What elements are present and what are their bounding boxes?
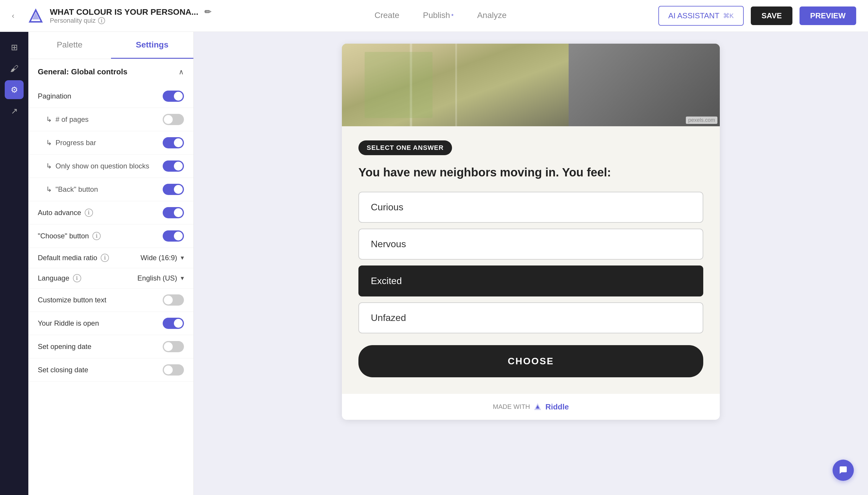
settings-row-closing-date: Set closing date	[28, 358, 193, 382]
choose-button-label: "Choose" button ℹ	[38, 232, 101, 240]
ai-assistant-button[interactable]: AI ASSISTANT ⌘K	[658, 6, 744, 25]
question-blocks-label: ↳ Only show on question blocks	[38, 162, 149, 170]
tab-create[interactable]: Create	[374, 11, 399, 21]
settings-row-opening-date: Set opening date	[28, 335, 193, 358]
preview-area: pexels.com SELECT ONE ANSWER You have ne…	[194, 32, 868, 495]
dropdown-chevron-icon: ▾	[181, 254, 184, 262]
image-right	[569, 44, 720, 126]
answer-option-curious[interactable]: Curious	[358, 192, 703, 223]
settings-row-language: Language ℹ English (US) ▾	[28, 268, 193, 289]
auto-advance-info-icon[interactable]: ℹ	[85, 208, 93, 217]
back-arrow[interactable]: ‹	[12, 11, 15, 20]
customize-button-label: Customize button text	[38, 296, 106, 304]
language-info-icon[interactable]: ℹ	[73, 274, 81, 282]
auto-advance-toggle[interactable]	[163, 207, 184, 218]
brush-icon: 🖌	[10, 64, 18, 73]
edit-title-icon[interactable]: ✏	[204, 7, 211, 17]
pages-toggle[interactable]	[163, 114, 184, 125]
opening-date-label: Set opening date	[38, 342, 92, 351]
chevron-up-icon: ∧	[179, 68, 184, 76]
nav-actions: AI ASSISTANT ⌘K SAVE PREVIEW	[658, 6, 856, 25]
closing-date-toggle[interactable]	[163, 364, 184, 376]
choose-button[interactable]: CHOOSE	[358, 345, 703, 377]
language-dropdown-chevron-icon: ▾	[181, 274, 184, 282]
image-left	[342, 44, 569, 126]
sidebar-item-settings[interactable]: ⚙	[5, 80, 23, 99]
language-label: Language ℹ	[38, 274, 81, 282]
subtitle-info-icon[interactable]: ℹ	[98, 17, 105, 24]
back-button-toggle[interactable]	[163, 184, 184, 195]
answer-option-nervous[interactable]: Nervous	[358, 228, 703, 260]
media-ratio-info-icon[interactable]: ℹ	[101, 254, 109, 262]
top-nav: ‹ WHAT COLOUR IS YOUR PERSONA... ✏ Perso…	[0, 0, 868, 32]
riddle-open-label: Your Riddle is open	[38, 319, 99, 327]
chat-icon	[838, 465, 849, 476]
progress-label: ↳ Progress bar	[38, 139, 96, 147]
section-header-general[interactable]: General: Global controls ∧	[28, 59, 193, 85]
share-icon: ↗	[11, 106, 18, 116]
quiz-image: pexels.com	[342, 44, 720, 126]
pexels-badge: pexels.com	[686, 117, 717, 124]
pagination-toggle[interactable]	[163, 90, 184, 102]
settings-row-pagination: Pagination	[28, 85, 193, 108]
sidebar-item-brush[interactable]: 🖌	[5, 59, 23, 78]
closing-date-label: Set closing date	[38, 366, 88, 374]
settings-row-riddle-open: Your Riddle is open	[28, 312, 193, 335]
made-with-text: MADE WITH	[493, 403, 530, 411]
nav-title-group: WHAT COLOUR IS YOUR PERSONA... ✏ Persona…	[50, 7, 211, 24]
settings-row-question-blocks: ↳ Only show on question blocks	[28, 155, 193, 178]
chat-bubble-button[interactable]	[833, 460, 854, 481]
ai-label: AI ASSISTANT	[668, 11, 720, 20]
quiz-card: pexels.com SELECT ONE ANSWER You have ne…	[342, 44, 720, 420]
settings-row-choose-button: "Choose" button ℹ	[28, 224, 193, 248]
panel-tabs: Palette Settings	[28, 32, 193, 59]
settings-row-media-ratio: Default media ratio ℹ Wide (16:9) ▾	[28, 248, 193, 268]
section-title: General: Global controls	[38, 67, 127, 76]
publish-badge: *	[451, 13, 454, 19]
tab-publish[interactable]: Publish*	[423, 11, 454, 21]
settings-panel: Palette Settings General: Global control…	[28, 32, 194, 495]
choose-button-toggle[interactable]	[163, 231, 184, 242]
app-logo	[26, 6, 45, 25]
media-ratio-value: Wide (16:9)	[141, 254, 177, 262]
preview-button[interactable]: PREVIEW	[800, 6, 856, 25]
riddle-logo-icon	[533, 402, 542, 411]
settings-row-auto-advance: Auto advance ℹ	[28, 201, 193, 224]
media-ratio-label: Default media ratio ℹ	[38, 254, 109, 262]
media-ratio-dropdown[interactable]: Wide (16:9) ▾	[141, 254, 184, 262]
quiz-body: SELECT ONE ANSWER You have new neighbors…	[342, 126, 720, 394]
project-title: WHAT COLOUR IS YOUR PERSONA...	[50, 7, 198, 17]
choose-button-info-icon[interactable]: ℹ	[93, 232, 101, 240]
quiz-question: You have new neighbors moving in. You fe…	[358, 165, 703, 180]
save-button[interactable]: SAVE	[751, 6, 792, 25]
settings-row-back-button: ↳ "Back" button	[28, 178, 193, 201]
gear-icon: ⚙	[11, 85, 18, 95]
nav-logo-area: ‹ WHAT COLOUR IS YOUR PERSONA... ✏ Perso…	[12, 6, 211, 25]
answer-option-unfazed[interactable]: Unfazed	[358, 302, 703, 334]
ai-shortcut: ⌘K	[723, 12, 734, 20]
riddle-open-toggle[interactable]	[163, 318, 184, 329]
chevron-left-icon: ‹	[12, 11, 15, 20]
language-dropdown[interactable]: English (US) ▾	[137, 274, 184, 282]
grid-icon: ⊞	[11, 42, 18, 52]
project-type: Personality quiz	[50, 17, 96, 24]
back-button-label: ↳ "Back" button	[38, 185, 98, 193]
pagination-label: Pagination	[38, 92, 71, 100]
sidebar-item-grid[interactable]: ⊞	[5, 38, 23, 57]
progress-toggle[interactable]	[163, 137, 184, 148]
riddle-brand-name: Riddle	[545, 403, 569, 411]
customize-button-toggle[interactable]	[163, 294, 184, 306]
tab-settings[interactable]: Settings	[111, 32, 194, 59]
pages-label: ↳ # of pages	[38, 115, 88, 124]
answer-option-excited[interactable]: Excited	[358, 266, 703, 296]
tab-analyze[interactable]: Analyze	[477, 11, 507, 21]
sidebar-item-share[interactable]: ↗	[5, 101, 23, 120]
select-answer-badge: SELECT ONE ANSWER	[358, 140, 452, 155]
language-value: English (US)	[137, 274, 177, 282]
main-nav-tabs: Create Publish* Analyze	[374, 11, 506, 21]
image-simulation	[342, 44, 720, 126]
settings-row-customize-button: Customize button text	[28, 289, 193, 312]
tab-palette[interactable]: Palette	[28, 32, 111, 59]
question-blocks-toggle[interactable]	[163, 160, 184, 172]
opening-date-toggle[interactable]	[163, 341, 184, 352]
